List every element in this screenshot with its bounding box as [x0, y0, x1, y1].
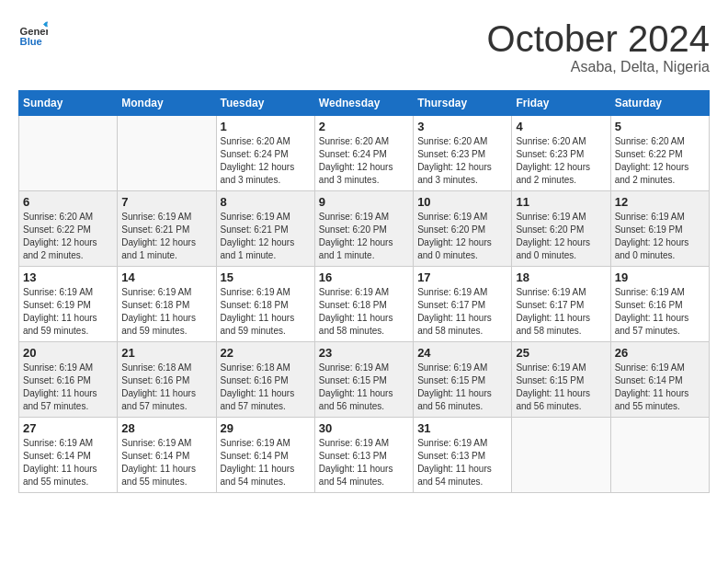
day-info: Sunrise: 6:19 AM Sunset: 6:13 PM Dayligh…	[417, 437, 507, 488]
day-info: Sunrise: 6:19 AM Sunset: 6:19 PM Dayligh…	[23, 286, 113, 338]
calendar-cell: 19Sunrise: 6:19 AM Sunset: 6:16 PM Dayli…	[610, 267, 709, 342]
day-info: Sunrise: 6:19 AM Sunset: 6:14 PM Dayligh…	[221, 437, 311, 488]
calendar-cell: 27Sunrise: 6:19 AM Sunset: 6:14 PM Dayli…	[19, 418, 118, 493]
calendar-cell	[19, 116, 118, 191]
day-info: Sunrise: 6:18 AM Sunset: 6:16 PM Dayligh…	[221, 362, 311, 413]
day-info: Sunrise: 6:19 AM Sunset: 6:15 PM Dayligh…	[516, 362, 606, 413]
day-info: Sunrise: 6:19 AM Sunset: 6:19 PM Dayligh…	[615, 211, 705, 262]
weekday-header-wednesday: Wednesday	[314, 91, 413, 116]
calendar-cell: 10Sunrise: 6:19 AM Sunset: 6:20 PM Dayli…	[414, 191, 512, 267]
weekday-header-friday: Friday	[512, 91, 610, 116]
calendar-cell: 12Sunrise: 6:19 AM Sunset: 6:19 PM Dayli…	[610, 191, 709, 267]
calendar-cell: 1Sunrise: 6:20 AM Sunset: 6:24 PM Daylig…	[216, 116, 314, 191]
day-number: 2	[319, 120, 409, 133]
calendar-cell: 3Sunrise: 6:20 AM Sunset: 6:23 PM Daylig…	[414, 116, 512, 191]
calendar-cell: 26Sunrise: 6:19 AM Sunset: 6:14 PM Dayli…	[610, 342, 709, 418]
day-info: Sunrise: 6:19 AM Sunset: 6:14 PM Dayligh…	[23, 437, 113, 488]
day-number: 1	[221, 120, 311, 133]
day-number: 17	[417, 270, 507, 284]
day-info: Sunrise: 6:18 AM Sunset: 6:16 PM Dayligh…	[121, 362, 211, 413]
weekday-header-monday: Monday	[118, 91, 216, 116]
day-info: Sunrise: 6:19 AM Sunset: 6:17 PM Dayligh…	[516, 286, 606, 338]
calendar-cell	[512, 418, 610, 493]
day-info: Sunrise: 6:19 AM Sunset: 6:21 PM Dayligh…	[121, 211, 211, 262]
day-number: 22	[221, 346, 311, 360]
day-info: Sunrise: 6:19 AM Sunset: 6:14 PM Dayligh…	[615, 362, 705, 413]
day-number: 15	[221, 270, 311, 284]
day-info: Sunrise: 6:19 AM Sunset: 6:21 PM Dayligh…	[221, 211, 311, 262]
weekday-header-saturday: Saturday	[610, 91, 709, 116]
day-info: Sunrise: 6:19 AM Sunset: 6:20 PM Dayligh…	[319, 211, 409, 262]
day-number: 9	[319, 195, 409, 209]
calendar-week-row: 20Sunrise: 6:19 AM Sunset: 6:16 PM Dayli…	[19, 342, 710, 418]
calendar-cell: 8Sunrise: 6:19 AM Sunset: 6:21 PM Daylig…	[216, 191, 314, 267]
calendar-cell: 15Sunrise: 6:19 AM Sunset: 6:18 PM Dayli…	[216, 267, 314, 342]
day-info: Sunrise: 6:19 AM Sunset: 6:20 PM Dayligh…	[417, 211, 507, 262]
day-info: Sunrise: 6:19 AM Sunset: 6:20 PM Dayligh…	[516, 211, 606, 262]
logo: General Blue	[18, 18, 48, 48]
calendar-cell: 16Sunrise: 6:19 AM Sunset: 6:18 PM Dayli…	[314, 267, 413, 342]
day-info: Sunrise: 6:20 AM Sunset: 6:23 PM Dayligh…	[417, 135, 507, 187]
day-number: 4	[516, 120, 606, 133]
day-info: Sunrise: 6:20 AM Sunset: 6:24 PM Dayligh…	[221, 135, 311, 187]
day-info: Sunrise: 6:19 AM Sunset: 6:14 PM Dayligh…	[121, 437, 211, 488]
day-number: 21	[121, 346, 211, 360]
calendar-table: SundayMondayTuesdayWednesdayThursdayFrid…	[18, 90, 710, 493]
calendar-cell: 9Sunrise: 6:19 AM Sunset: 6:20 PM Daylig…	[314, 191, 413, 267]
day-info: Sunrise: 6:20 AM Sunset: 6:22 PM Dayligh…	[23, 211, 113, 262]
calendar-cell: 30Sunrise: 6:19 AM Sunset: 6:13 PM Dayli…	[314, 418, 413, 493]
day-number: 20	[23, 346, 113, 360]
calendar-cell	[118, 116, 216, 191]
day-number: 11	[516, 195, 606, 209]
weekday-header-thursday: Thursday	[414, 91, 512, 116]
day-info: Sunrise: 6:19 AM Sunset: 6:18 PM Dayligh…	[319, 286, 409, 338]
day-info: Sunrise: 6:19 AM Sunset: 6:16 PM Dayligh…	[23, 362, 113, 413]
day-info: Sunrise: 6:19 AM Sunset: 6:15 PM Dayligh…	[319, 362, 409, 413]
calendar-cell: 2Sunrise: 6:20 AM Sunset: 6:24 PM Daylig…	[314, 116, 413, 191]
calendar-cell: 24Sunrise: 6:19 AM Sunset: 6:15 PM Dayli…	[414, 342, 512, 418]
svg-text:General: General	[20, 26, 48, 37]
location-title: Asaba, Delta, Nigeria	[487, 59, 710, 75]
calendar-cell: 5Sunrise: 6:20 AM Sunset: 6:22 PM Daylig…	[610, 116, 709, 191]
day-number: 13	[23, 270, 113, 284]
title-block: October 2024 Asaba, Delta, Nigeria	[487, 18, 710, 75]
calendar-cell: 4Sunrise: 6:20 AM Sunset: 6:23 PM Daylig…	[512, 116, 610, 191]
day-info: Sunrise: 6:20 AM Sunset: 6:24 PM Dayligh…	[319, 135, 409, 187]
day-info: Sunrise: 6:19 AM Sunset: 6:18 PM Dayligh…	[121, 286, 211, 338]
calendar-cell: 22Sunrise: 6:18 AM Sunset: 6:16 PM Dayli…	[216, 342, 314, 418]
calendar-cell: 6Sunrise: 6:20 AM Sunset: 6:22 PM Daylig…	[19, 191, 118, 267]
day-info: Sunrise: 6:20 AM Sunset: 6:23 PM Dayligh…	[516, 135, 606, 187]
logo-icon: General Blue	[18, 18, 48, 48]
day-number: 18	[516, 270, 606, 284]
calendar-cell: 13Sunrise: 6:19 AM Sunset: 6:19 PM Dayli…	[19, 267, 118, 342]
day-info: Sunrise: 6:19 AM Sunset: 6:17 PM Dayligh…	[417, 286, 507, 338]
day-info: Sunrise: 6:20 AM Sunset: 6:22 PM Dayligh…	[615, 135, 705, 187]
day-number: 24	[417, 346, 507, 360]
day-number: 26	[615, 346, 705, 360]
day-number: 28	[121, 421, 211, 435]
calendar-week-row: 1Sunrise: 6:20 AM Sunset: 6:24 PM Daylig…	[19, 116, 710, 191]
day-number: 23	[319, 346, 409, 360]
calendar-cell: 29Sunrise: 6:19 AM Sunset: 6:14 PM Dayli…	[216, 418, 314, 493]
weekday-header-tuesday: Tuesday	[216, 91, 314, 116]
day-number: 7	[121, 195, 211, 209]
calendar-cell: 11Sunrise: 6:19 AM Sunset: 6:20 PM Dayli…	[512, 191, 610, 267]
day-number: 14	[121, 270, 211, 284]
calendar-week-row: 6Sunrise: 6:20 AM Sunset: 6:22 PM Daylig…	[19, 191, 710, 267]
calendar-cell: 25Sunrise: 6:19 AM Sunset: 6:15 PM Dayli…	[512, 342, 610, 418]
page-header: General Blue October 2024 Asaba, Delta, …	[18, 18, 710, 75]
day-number: 10	[417, 195, 507, 209]
day-number: 30	[319, 421, 409, 435]
day-number: 3	[417, 120, 507, 133]
calendar-cell: 21Sunrise: 6:18 AM Sunset: 6:16 PM Dayli…	[118, 342, 216, 418]
day-number: 27	[23, 421, 113, 435]
calendar-week-row: 13Sunrise: 6:19 AM Sunset: 6:19 PM Dayli…	[19, 267, 710, 342]
day-number: 5	[615, 120, 705, 133]
calendar-cell: 18Sunrise: 6:19 AM Sunset: 6:17 PM Dayli…	[512, 267, 610, 342]
day-number: 31	[417, 421, 507, 435]
calendar-cell: 23Sunrise: 6:19 AM Sunset: 6:15 PM Dayli…	[314, 342, 413, 418]
day-number: 12	[615, 195, 705, 209]
day-number: 8	[221, 195, 311, 209]
month-title: October 2024	[487, 18, 710, 59]
calendar-cell: 31Sunrise: 6:19 AM Sunset: 6:13 PM Dayli…	[414, 418, 512, 493]
